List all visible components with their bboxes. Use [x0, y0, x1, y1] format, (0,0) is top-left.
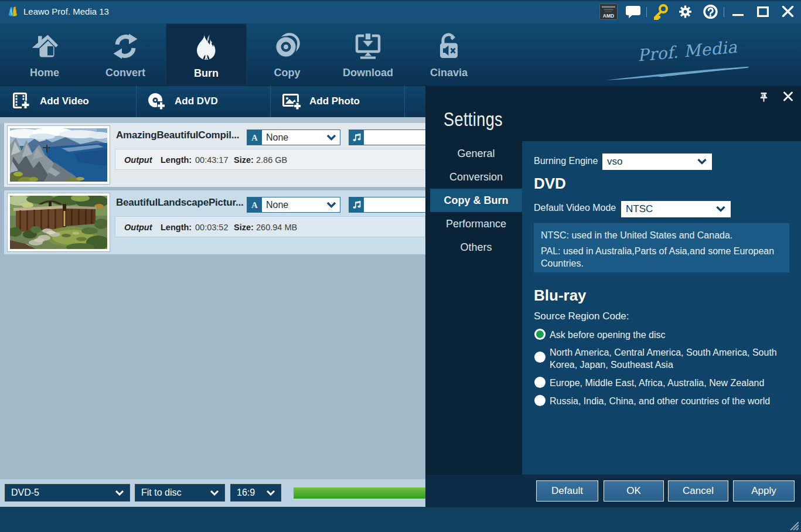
- fit-mode-select[interactable]: Fit to disc: [135, 484, 225, 502]
- settings-title: Settings: [444, 108, 503, 131]
- thumbnail-image: [10, 128, 107, 182]
- help-icon[interactable]: [703, 5, 718, 19]
- nav-tab-copy[interactable]: Copy: [247, 23, 328, 86]
- add-dvd-button[interactable]: Add DVD: [137, 86, 270, 117]
- dvd-heading: DVD: [534, 175, 566, 193]
- size-value: 260.94 MB: [256, 223, 297, 232]
- convert-icon-glyph: [112, 33, 139, 60]
- titlebar: Leawo Prof. Media 13 AMD: [0, 0, 801, 23]
- size-label: Size:: [234, 223, 254, 232]
- download-icon: [328, 32, 408, 61]
- register-key-icon[interactable]: [652, 4, 669, 20]
- chevron-down-icon: [327, 202, 336, 208]
- ntsc-note: NTSC: used in the United States and Cana…: [541, 229, 782, 241]
- video-thumbnail-2: [8, 193, 110, 251]
- close-button[interactable]: [782, 6, 794, 17]
- settings-tab-performance[interactable]: Performance: [430, 212, 522, 236]
- bottom-toolbar: DVD-5 Fit to disc 16:9: [0, 479, 425, 507]
- select-field[interactable]: None: [262, 130, 340, 145]
- amd-radeon-badge-icon[interactable]: AMD: [599, 4, 618, 20]
- chevron-down-icon: [327, 135, 336, 141]
- chevron-down-icon: [210, 490, 219, 496]
- subtitle-value: None: [266, 200, 288, 210]
- minimize-button[interactable]: [732, 6, 744, 17]
- length-label: Length:: [161, 223, 192, 232]
- size-label: Size:: [234, 155, 254, 165]
- svg-text:A: A: [251, 133, 258, 142]
- video-row-1[interactable]: AmazingBeautifulCompil... A None: [4, 123, 425, 187]
- settings-tab-conversion[interactable]: Conversion: [430, 165, 522, 189]
- nav-tab-burn[interactable]: Burn: [166, 23, 247, 86]
- burn-flame-icon: [166, 32, 246, 62]
- select-field[interactable]: [364, 130, 425, 145]
- burning-engine-label: Burning Engine: [534, 156, 598, 166]
- pin-icon[interactable]: [759, 91, 769, 103]
- audio-select[interactable]: [349, 129, 425, 145]
- settings-tabs: General Conversion Copy & Burn Performan…: [430, 142, 522, 259]
- chevron-down-icon: [697, 159, 707, 165]
- settings-tab-general[interactable]: General: [430, 142, 522, 165]
- video-title: AmazingBeautifulCompil...: [116, 129, 239, 141]
- add-photo-icon: [282, 93, 301, 110]
- length-label: Length:: [161, 155, 192, 165]
- radio: [534, 395, 546, 406]
- length-value: 00:03:52: [195, 223, 228, 232]
- add-video-film-icon: [13, 93, 29, 110]
- subtitle-select[interactable]: A None: [247, 129, 340, 145]
- feedback-message-icon[interactable]: [626, 6, 640, 18]
- apply-button[interactable]: Apply: [733, 480, 795, 502]
- svg-text:AMD: AMD: [603, 13, 614, 19]
- video-thumbnail-1: [8, 126, 110, 184]
- resize-grip[interactable]: [787, 519, 799, 530]
- maximize-button[interactable]: [757, 6, 769, 17]
- video-row-2[interactable]: BeautifulLandscapePictur... A None: [4, 190, 425, 254]
- nav-tab-convert[interactable]: Convert: [85, 23, 166, 86]
- add-photo-button[interactable]: Add Photo: [271, 86, 404, 117]
- pal-note: PAL: used in Australia,Parts of Asia,and…: [541, 245, 782, 270]
- settings-tab-others[interactable]: Others: [430, 236, 522, 259]
- titlebar-separator: [646, 7, 647, 17]
- select-field[interactable]: None: [262, 197, 340, 212]
- subtitle-select[interactable]: A None: [247, 197, 340, 213]
- nav-tab-home[interactable]: Home: [4, 23, 85, 86]
- leawo-logo-icon: [8, 6, 20, 17]
- select-field[interactable]: [364, 197, 425, 212]
- audio-select[interactable]: [349, 197, 425, 213]
- burning-engine-select[interactable]: vso: [602, 154, 712, 170]
- subtitle-value: None: [266, 132, 288, 143]
- settings-tab-copy-burn[interactable]: Copy & Burn: [430, 189, 522, 212]
- subtitle-a-icon: A: [247, 197, 262, 212]
- size-value: 2.86 GB: [256, 155, 287, 165]
- settings-panel: Settings General Conversion Copy & Burn …: [425, 86, 801, 507]
- video-mode-select[interactable]: NTSC: [621, 201, 731, 217]
- chevron-down-icon: [716, 206, 725, 212]
- nav-tab-cinavia[interactable]: Cinavia: [408, 23, 489, 86]
- output-label: Output: [124, 155, 152, 165]
- video-list: AmazingBeautifulCompil... A None: [0, 117, 425, 479]
- cinavia-lock-icon: [408, 32, 489, 61]
- output-info-bar: Output Length: 00:43:17 Size: 2.86 GB: [115, 149, 425, 170]
- copy-disc-icon-glyph: [274, 33, 301, 60]
- disc-type-select[interactable]: DVD-5: [5, 484, 130, 502]
- subtitle-a-glyph: A: [250, 133, 259, 142]
- nav-tab-download[interactable]: Download: [328, 23, 408, 86]
- settings-gear-icon[interactable]: [678, 5, 693, 19]
- panel-close-icon[interactable]: [783, 91, 793, 101]
- cancel-button[interactable]: Cancel: [668, 480, 728, 502]
- ok-button[interactable]: OK: [604, 480, 664, 502]
- radio-selected: [534, 329, 546, 340]
- region-code-label: Source Region Code:: [534, 311, 629, 322]
- convert-icon: [85, 32, 166, 61]
- music-note-icon: [349, 130, 364, 145]
- bluray-heading: Blu-ray: [534, 287, 587, 305]
- aspect-ratio-select[interactable]: 16:9: [230, 484, 281, 502]
- music-note-icon: [349, 197, 364, 212]
- default-button[interactable]: Default: [536, 480, 598, 502]
- chevron-down-icon: [115, 490, 124, 496]
- video-mode-note: NTSC: used in the United States and Cana…: [534, 223, 789, 272]
- titlebar-separator: [724, 7, 724, 17]
- add-video-button[interactable]: Add Video: [0, 86, 136, 117]
- home-icon: [4, 32, 85, 61]
- radio: [534, 352, 546, 363]
- cinavia-lock-icon-glyph: [435, 32, 462, 60]
